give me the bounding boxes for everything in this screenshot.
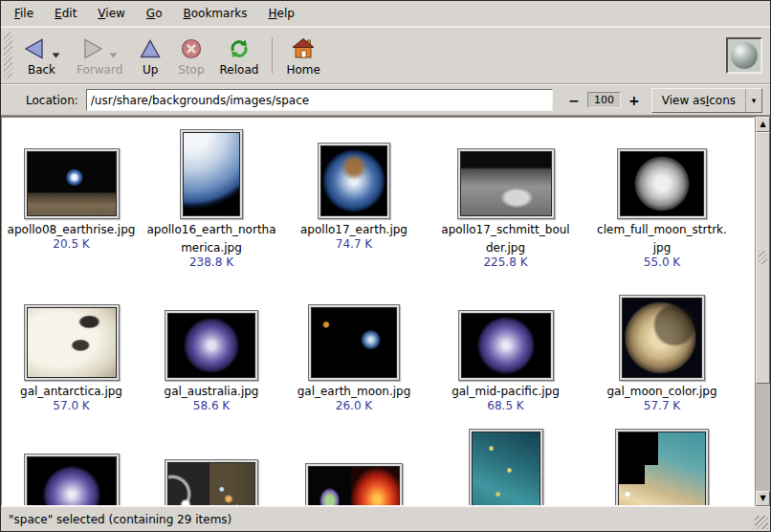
file-name: gal_moon_color.jpg [606,385,716,399]
file-item[interactable]: gal_earth_moon.jpg26.0 K [282,293,426,413]
toolbar-icon-row [138,34,163,61]
file-thumbnail[interactable] [457,148,555,219]
file-thumbnail[interactable] [615,429,709,506]
file-item[interactable]: apollo17_schmitt_boulder.jpg225.8 K [426,129,585,270]
menu-edit[interactable]: Edit [45,3,86,24]
zoom-in-button[interactable]: + [627,93,642,108]
toolbar-button-label: Up [143,63,158,77]
menu-help[interactable]: Help [259,3,304,24]
thumbnail-area [469,429,543,506]
menu-file[interactable]: File [5,3,43,24]
file-item[interactable] [141,429,282,506]
earth-partial-image [183,132,240,216]
file-size: 74.7 K [336,237,372,252]
back-button[interactable]: Back [14,30,69,81]
status-text: "space" selected (containing 29 items) [9,513,231,526]
thumbnail-area [24,293,120,381]
file-item[interactable]: apollo16_earth_northamerica.jpg238.8 K [141,129,282,270]
file-size: 225.8 K [483,255,527,270]
file-name: jpg [653,241,672,255]
thumbnail-area [457,129,555,219]
view-as-dropdown[interactable]: View as Icons ▾ [651,88,762,113]
file-thumbnail[interactable] [619,295,705,381]
toolbar-grip-handle[interactable] [4,33,12,78]
file-item[interactable]: gal_australia.jpg58.6 K [141,293,282,413]
resize-grip[interactable] [755,516,768,529]
icon-grid-row: gal_antarctica.jpg57.0 Kgal_australia.jp… [2,293,754,413]
file-size: 58.6 K [193,399,230,413]
scrollbar-trough[interactable] [756,132,770,491]
file-size: 68.5 K [487,399,523,413]
thumbnail-area [165,429,258,506]
file-grid: apollo08_earthrise.jpg20.5 Kapollo16_ear… [1,117,755,506]
file-thumbnail[interactable] [617,148,707,219]
zoom-level-indicator[interactable]: 100 [587,92,621,108]
toolbar-button-label: Forward [77,63,122,77]
file-item[interactable] [426,429,585,506]
file-thumbnail[interactable] [469,429,543,506]
file-item[interactable]: clem_full_moon_strtrk.jpg55.0 K [585,129,738,270]
file-item[interactable]: gal_antarctica.jpg57.0 K [2,293,141,413]
file-item[interactable] [282,429,426,506]
thumbnail-area [308,293,400,381]
file-size: 20.5 K [53,237,89,252]
menu-go[interactable]: Go [137,3,172,24]
combo-down-arrow-icon[interactable]: ▾ [745,89,761,112]
up-arrow-icon [138,36,163,61]
file-thumbnail[interactable] [24,454,120,506]
earth-moon-image [311,307,397,378]
file-item[interactable]: apollo08_earthrise.jpg20.5 K [2,129,141,270]
earthrise-image [27,151,117,216]
file-thumbnail[interactable] [305,463,403,506]
toolbar-separator [272,37,273,74]
file-thumbnail[interactable] [165,459,258,506]
scroll-up-button[interactable]: ▲ [756,117,770,132]
thumbnail-area [24,129,120,219]
gray-moon-image [620,151,704,216]
earth-purple2-image [461,313,551,378]
antarctica-image [27,307,117,378]
file-thumbnail[interactable] [308,304,400,381]
file-item[interactable] [585,429,738,506]
file-size: 238.8 K [189,255,233,270]
file-size: 26.0 K [336,399,372,413]
file-item[interactable] [2,429,141,506]
location-input[interactable] [86,89,553,111]
thumbnail-area [458,293,554,381]
toolbar-icon-row [80,34,120,61]
scroll-down-button[interactable]: ▼ [756,491,770,506]
chevron-down-icon[interactable] [50,50,61,61]
up-button[interactable]: Up [130,30,170,81]
home-button[interactable]: Home [278,30,327,81]
file-thumbnail[interactable] [458,310,554,381]
stop-icon [179,36,204,61]
scrollbar-thumb[interactable] [756,132,770,384]
thumbnail-area [180,129,243,219]
file-item[interactable]: gal_mid-pacific.jpg68.5 K [426,293,585,413]
toolbar-button-label: Home [286,63,319,77]
toolbar-icon-row [291,34,316,61]
chevron-down-icon [108,50,120,61]
menu-view[interactable]: View [88,3,134,24]
file-name: der.jpg [486,241,525,255]
thumbnail-area [619,293,705,381]
earth-purple2-image [27,456,117,506]
location-label: Location: [26,94,78,107]
file-name: apollo17_earth.jpg [300,223,408,237]
menu-bookmarks[interactable]: Bookmarks [173,3,256,24]
forward-button: Forward [69,30,130,81]
file-name: gal_antarctica.jpg [20,385,122,399]
file-thumbnail[interactable] [318,143,390,219]
file-thumbnail[interactable] [180,129,243,219]
vertical-scrollbar[interactable]: ▲ ▼ [755,117,770,506]
file-item[interactable]: apollo17_earth.jpg74.7 K [282,129,426,270]
toolbar: BackForwardUpStopReloadHome [1,27,770,84]
icon-grid-row [2,429,754,506]
file-thumbnail[interactable] [24,148,120,219]
file-item[interactable]: gal_moon_color.jpg57.7 K [585,293,738,413]
reload-button[interactable]: Reload [212,30,267,81]
file-thumbnail[interactable] [165,310,258,381]
zoom-out-button[interactable]: − [566,93,582,108]
file-thumbnail[interactable] [24,304,120,381]
thumbnail-area [617,129,707,219]
